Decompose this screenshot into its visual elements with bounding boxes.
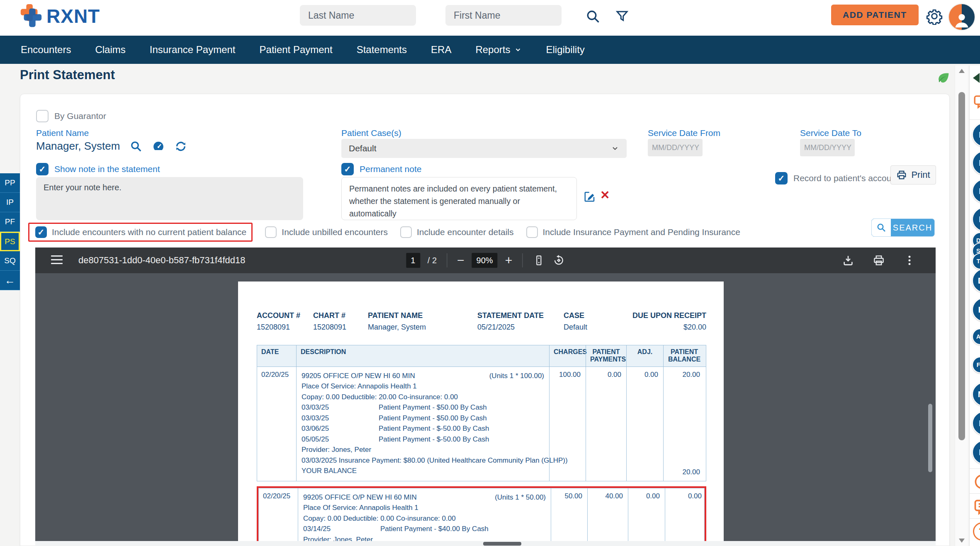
avatar[interactable]: PJ bbox=[972, 151, 980, 175]
patient-dashboard-icon[interactable] bbox=[152, 140, 165, 153]
history-clock-icon[interactable] bbox=[973, 473, 980, 491]
nav-encounters[interactable]: Encounters bbox=[21, 44, 71, 56]
chat-icon[interactable] bbox=[973, 94, 980, 112]
patient-search-icon[interactable] bbox=[130, 140, 142, 153]
nav-eligibility[interactable]: Eligibility bbox=[546, 44, 584, 56]
include-details-checkbox[interactable] bbox=[400, 226, 412, 238]
scrollbar-thumb[interactable] bbox=[483, 542, 521, 546]
tab-pf[interactable]: PF bbox=[0, 212, 20, 232]
date-placeholder: MM/DD/YYYY bbox=[804, 143, 851, 152]
pdf-canvas[interactable]: ACCOUNT # CHART # PATIENT NAME STATEMENT… bbox=[35, 273, 936, 541]
permanent-note-checkbox[interactable]: ✓ bbox=[341, 163, 354, 175]
place-of-service: Place Of Service: Annapolis Health 1 bbox=[302, 381, 544, 392]
collapse-back-arrow[interactable]: ← bbox=[0, 271, 20, 290]
include-insurance-label: Include Insurance Payment and Pending In… bbox=[543, 227, 740, 237]
patient-case-select[interactable]: Default bbox=[341, 139, 627, 158]
first-name-input[interactable] bbox=[445, 5, 562, 26]
include-options-row: ✓ Include encounters with no current pat… bbox=[28, 223, 740, 242]
nav-claims[interactable]: Claims bbox=[95, 44, 125, 56]
include-unbilled-checkbox[interactable] bbox=[265, 226, 277, 238]
help-icon[interactable]: ? bbox=[973, 522, 980, 541]
by-guarantor-checkbox[interactable] bbox=[36, 110, 49, 122]
statement-row: 02/20/25 99205 OFFICE O/P NEW HI 60 MIN(… bbox=[257, 366, 706, 481]
nav-patient-payment[interactable]: Patient Payment bbox=[260, 44, 333, 56]
service-date-to-input[interactable]: MM/DD/YYYY bbox=[800, 139, 855, 156]
download-icon[interactable] bbox=[842, 254, 854, 267]
kebab-menu-icon[interactable] bbox=[903, 254, 916, 267]
page-title: Print Statement bbox=[20, 68, 115, 83]
patient-name-row: Manager, System bbox=[36, 140, 187, 153]
refresh-icon[interactable] bbox=[175, 140, 187, 153]
rotate-icon[interactable] bbox=[552, 254, 565, 267]
service-date-from-input[interactable]: MM/DD/YYYY bbox=[648, 139, 703, 156]
feedback-chat-icon[interactable] bbox=[973, 497, 980, 516]
tab-pp[interactable]: PP bbox=[0, 173, 20, 193]
scrollbar-thumb[interactable] bbox=[958, 92, 965, 440]
zoom-in-button[interactable]: + bbox=[505, 254, 513, 267]
avatar[interactable]: AA bbox=[972, 328, 980, 345]
nav-statements[interactable]: Statements bbox=[357, 44, 407, 56]
patient-name-label: Patient Name bbox=[36, 128, 89, 138]
scroll-up-arrow[interactable] bbox=[959, 69, 965, 73]
avatar[interactable]: PJ bbox=[972, 411, 980, 435]
page-number-input[interactable]: 1 bbox=[406, 253, 420, 268]
fit-page-icon[interactable] bbox=[533, 254, 545, 267]
leaf-icon[interactable] bbox=[936, 70, 951, 85]
pdf-vertical-scrollbar[interactable] bbox=[928, 404, 932, 472]
last-name-input[interactable] bbox=[300, 5, 416, 26]
page-vertical-scrollbar[interactable] bbox=[955, 66, 968, 546]
print-button[interactable]: Print bbox=[890, 165, 936, 184]
edit-note-icon[interactable] bbox=[584, 190, 596, 203]
show-note-checkbox[interactable]: ✓ bbox=[36, 163, 49, 175]
avatar[interactable]: PJ bbox=[972, 440, 980, 464]
include-details-label: Include encounter details bbox=[417, 227, 514, 237]
avatar[interactable]: DA bbox=[972, 269, 980, 293]
pdf-toolbar-actions bbox=[842, 254, 916, 267]
statement-date-value: 05/21/2025 bbox=[477, 323, 564, 332]
zoom-out-button[interactable]: − bbox=[457, 254, 464, 267]
patient-name-value: Manager, System bbox=[36, 140, 120, 153]
pdf-horizontal-scrollbar[interactable] bbox=[35, 541, 936, 546]
person-icon bbox=[953, 10, 971, 30]
tab-ip[interactable]: IP bbox=[0, 193, 20, 212]
rxnt-logo[interactable]: RXNT bbox=[18, 3, 100, 29]
scroll-down-arrow[interactable] bbox=[959, 539, 965, 543]
avatar[interactable]: PJ bbox=[972, 123, 980, 147]
user-avatar[interactable] bbox=[948, 3, 975, 31]
statement-date-label: STATEMENT DATE bbox=[477, 311, 564, 320]
print-icon[interactable] bbox=[873, 254, 885, 267]
payment-text: Patient Payment - $-50.00 By Cash bbox=[379, 435, 489, 443]
filter-icon[interactable] bbox=[615, 9, 630, 24]
avatar[interactable]: MT bbox=[972, 382, 980, 406]
nav-era[interactable]: ERA bbox=[431, 44, 451, 56]
statement-row: 02/20/25 99205 OFFICE O/P NEW HI 60 MIN(… bbox=[258, 488, 705, 541]
avatar[interactable]: HS bbox=[972, 298, 980, 322]
search-button[interactable]: SEARCH bbox=[871, 218, 935, 237]
add-patient-button[interactable]: ADD PATIENT bbox=[831, 5, 919, 25]
statement-header-labels: ACCOUNT # CHART # PATIENT NAME STATEMENT… bbox=[257, 311, 706, 320]
pdf-page-controls: 1 / 2 − 90% + bbox=[406, 248, 565, 273]
zoom-level[interactable]: 90% bbox=[472, 253, 498, 268]
nav-insurance-payment[interactable]: Insurance Payment bbox=[150, 44, 236, 56]
nav-reports[interactable]: Reports bbox=[475, 44, 522, 56]
col-patient-payments: PATIENT PAYMENTS bbox=[586, 345, 626, 366]
tab-ps-active[interactable]: PS bbox=[0, 232, 20, 251]
menu-icon[interactable] bbox=[51, 255, 63, 267]
adj-value: 0.00 bbox=[628, 488, 665, 541]
patient-value: Manager, System bbox=[368, 323, 477, 332]
include-no-balance-checkbox[interactable]: ✓ bbox=[35, 226, 47, 238]
avatar[interactable]: PJ bbox=[972, 179, 980, 203]
search-icon[interactable] bbox=[586, 9, 601, 24]
case-value: Default bbox=[564, 323, 627, 332]
collapse-chevron-icon[interactable] bbox=[973, 73, 980, 83]
delete-note-icon[interactable]: ✕ bbox=[600, 189, 610, 201]
include-insurance-checkbox[interactable] bbox=[526, 226, 538, 238]
avatar[interactable]: PJ bbox=[972, 207, 980, 231]
tab-sq[interactable]: SQ bbox=[0, 251, 20, 271]
gear-icon[interactable] bbox=[926, 7, 943, 25]
permanent-note-field: ✓ Permanent note bbox=[341, 163, 421, 175]
avatar[interactable]: FD bbox=[972, 357, 980, 373]
record-to-account-checkbox[interactable]: ✓ bbox=[775, 172, 788, 184]
note-textarea[interactable]: Enter your note here. bbox=[36, 177, 303, 220]
chart-value: 15208091 bbox=[313, 323, 368, 332]
